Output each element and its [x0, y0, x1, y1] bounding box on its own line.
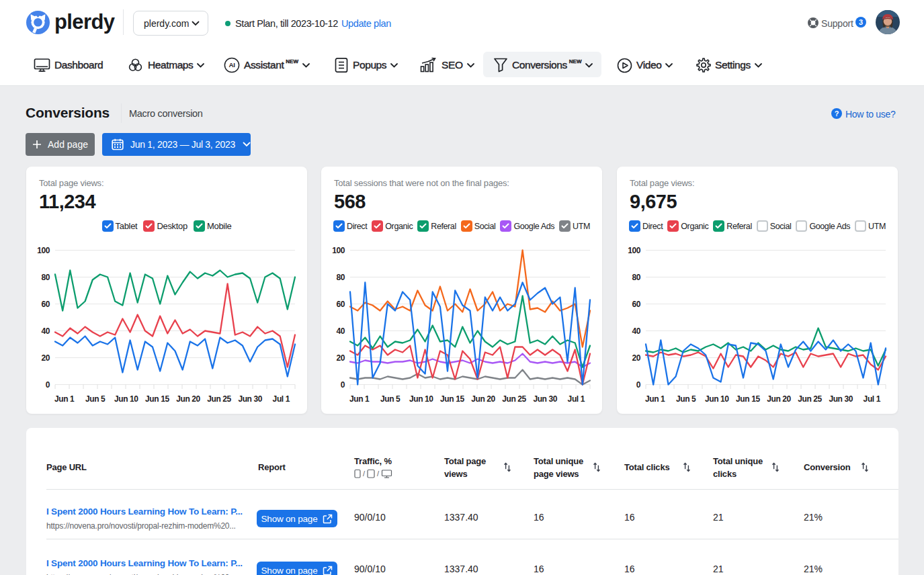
svg-text:Jun 20: Jun 20 [176, 394, 200, 404]
svg-text:Jun 5: Jun 5 [676, 394, 696, 404]
svg-text:0: 0 [636, 380, 641, 390]
svg-text:Jun 15: Jun 15 [736, 394, 760, 404]
svg-text:0: 0 [46, 380, 50, 390]
svg-text:Jun 30: Jun 30 [238, 394, 262, 404]
svg-text:20: 20 [336, 353, 345, 363]
svg-text:40: 40 [632, 326, 640, 336]
svg-text:AI: AI [229, 61, 236, 69]
svg-text:Jun 30: Jun 30 [533, 394, 557, 404]
svg-text:60: 60 [41, 300, 50, 309]
svg-text:Jun 25: Jun 25 [502, 394, 526, 404]
svg-text:100: 100 [628, 246, 641, 255]
svg-text:Jul 1: Jul 1 [864, 394, 881, 404]
svg-text:0: 0 [341, 380, 345, 390]
svg-text:?: ? [835, 109, 839, 118]
svg-text:Jun 1: Jun 1 [645, 394, 665, 404]
svg-text:Jun 5: Jun 5 [85, 394, 106, 404]
svg-text:Jun 20: Jun 20 [471, 394, 495, 404]
svg-text:Jun 25: Jun 25 [207, 394, 231, 404]
svg-text:Jun 1: Jun 1 [349, 394, 370, 404]
svg-text:Jun 10: Jun 10 [705, 394, 729, 404]
svg-text:Jun 5: Jun 5 [380, 394, 401, 404]
svg-text:Jun 15: Jun 15 [440, 394, 464, 404]
svg-text:Jun 20: Jun 20 [767, 394, 791, 404]
svg-text:100: 100 [37, 246, 50, 255]
svg-text:60: 60 [336, 300, 345, 309]
svg-text:40: 40 [336, 326, 345, 336]
svg-text:/: / [363, 470, 366, 478]
svg-text:/: / [377, 470, 380, 478]
svg-text:80: 80 [41, 273, 50, 282]
svg-text:Jun 30: Jun 30 [829, 394, 853, 404]
svg-text:20: 20 [41, 353, 50, 363]
svg-text:60: 60 [632, 300, 640, 309]
svg-text:Jul 1: Jul 1 [568, 394, 585, 404]
svg-text:Jun 15: Jun 15 [145, 394, 169, 404]
svg-text:80: 80 [632, 273, 640, 282]
svg-text:40: 40 [41, 326, 50, 336]
svg-text:Jun 10: Jun 10 [409, 394, 433, 404]
svg-text:80: 80 [336, 273, 345, 282]
svg-text:100: 100 [332, 246, 345, 255]
svg-text:Jun 10: Jun 10 [114, 394, 138, 404]
svg-text:Jul 1: Jul 1 [273, 394, 290, 404]
svg-text:Jun 25: Jun 25 [798, 394, 822, 404]
svg-text:20: 20 [632, 353, 640, 363]
svg-text:Jun 1: Jun 1 [54, 394, 75, 404]
